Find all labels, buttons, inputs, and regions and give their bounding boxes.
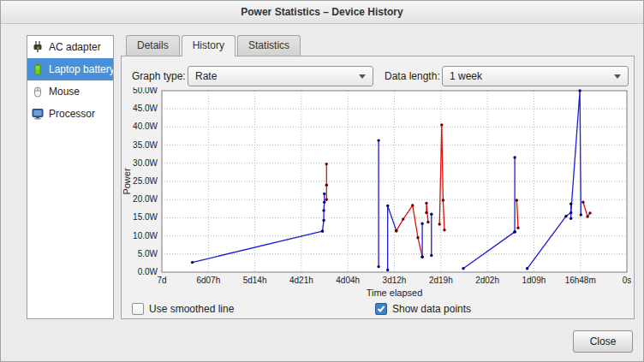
window-title: Power Statistics – Device History	[241, 6, 402, 18]
data-length-select[interactable]: 1 week	[442, 66, 629, 86]
svg-text:45.0W: 45.0W	[133, 104, 158, 113]
data-length-value: 1 week	[450, 70, 482, 82]
tab-label: Details	[137, 39, 169, 51]
svg-text:Time elapsed: Time elapsed	[367, 288, 423, 298]
smoothed-line-label: Use smoothed line	[149, 303, 234, 315]
svg-text:0.0W: 0.0W	[138, 267, 158, 276]
svg-text:5d14h: 5d14h	[243, 276, 267, 285]
sidebar-item-label: Laptop battery	[49, 63, 114, 75]
sidebar-item-processor[interactable]: Processor	[27, 103, 113, 125]
close-button[interactable]: Close	[573, 330, 633, 353]
graph-type-value: Rate	[195, 70, 217, 82]
show-data-points-checkbox[interactable]: Show data points	[375, 303, 471, 315]
sidebar-item-label: AC adapter	[49, 41, 101, 53]
ac-adapter-icon	[31, 40, 45, 54]
svg-text:4d21h: 4d21h	[289, 276, 313, 285]
titlebar: Power Statistics – Device History	[1, 1, 643, 24]
mouse-icon	[31, 85, 45, 98]
tab-bar: Details History Statistics	[126, 35, 302, 56]
checkbox-checked-icon	[375, 303, 387, 315]
tab-history[interactable]: History	[182, 35, 236, 56]
smoothed-line-checkbox[interactable]: Use smoothed line	[132, 303, 234, 315]
svg-text:15.0W: 15.0W	[133, 212, 158, 222]
svg-text:5.0W: 5.0W	[138, 249, 158, 258]
chevron-down-icon	[614, 74, 621, 79]
svg-text:35.0W: 35.0W	[133, 140, 158, 150]
checkbox-unchecked-icon	[132, 303, 144, 315]
notebook: Details History Statistics Graph type: R…	[121, 35, 635, 319]
svg-text:7d: 7d	[157, 276, 166, 285]
close-button-label: Close	[590, 335, 617, 347]
history-tab-panel: Graph type: Rate Data length: 1 week 0.0…	[121, 56, 635, 319]
svg-text:40.0W: 40.0W	[133, 122, 158, 131]
history-chart-svg: 0.0W5.0W10.0W15.0W20.0W25.0W30.0W35.0W40…	[122, 87, 632, 300]
svg-text:0s: 0s	[623, 276, 632, 285]
sidebar-item-mouse[interactable]: Mouse	[27, 80, 113, 103]
graph-type-label: Graph type:	[132, 70, 186, 82]
svg-text:6d07h: 6d07h	[196, 276, 220, 285]
svg-text:30.0W: 30.0W	[133, 158, 158, 168]
tab-label: Statistics	[248, 39, 289, 51]
tab-statistics[interactable]: Statistics	[237, 35, 301, 56]
sidebar-item-label: Mouse	[49, 86, 80, 98]
svg-text:3d12h: 3d12h	[383, 276, 407, 285]
laptop-battery-icon	[31, 62, 45, 76]
svg-text:25.0W: 25.0W	[133, 176, 158, 186]
processor-icon	[31, 107, 45, 121]
svg-text:16h48m: 16h48m	[565, 276, 596, 285]
sidebar-item-ac-adapter[interactable]: AC adapter	[27, 36, 113, 58]
svg-text:2d02h: 2d02h	[475, 276, 499, 285]
show-data-points-label: Show data points	[392, 303, 471, 315]
svg-text:20.0W: 20.0W	[133, 194, 158, 204]
sidebar-item-label: Processor	[49, 108, 95, 120]
check-icon	[377, 305, 385, 313]
chevron-down-icon	[359, 74, 366, 79]
sidebar-item-laptop-battery[interactable]: Laptop battery	[27, 58, 113, 80]
data-length-label: Data length:	[385, 70, 440, 82]
svg-text:1d09h: 1d09h	[522, 276, 546, 285]
tab-details[interactable]: Details	[126, 35, 180, 56]
svg-text:50.0W: 50.0W	[133, 87, 158, 95]
device-list: AC adapter Laptop battery Mouse	[27, 35, 114, 319]
power-statistics-window: Power Statistics – Device History AC ada…	[0, 0, 644, 362]
svg-text:10.0W: 10.0W	[133, 231, 158, 240]
tab-label: History	[193, 39, 224, 51]
graph-type-select[interactable]: Rate	[188, 66, 373, 86]
svg-text:2d19h: 2d19h	[429, 276, 453, 285]
power-history-chart: 0.0W5.0W10.0W15.0W20.0W25.0W30.0W35.0W40…	[122, 87, 632, 300]
svg-text:4d04h: 4d04h	[336, 276, 360, 285]
svg-text:Power: Power	[122, 168, 132, 195]
